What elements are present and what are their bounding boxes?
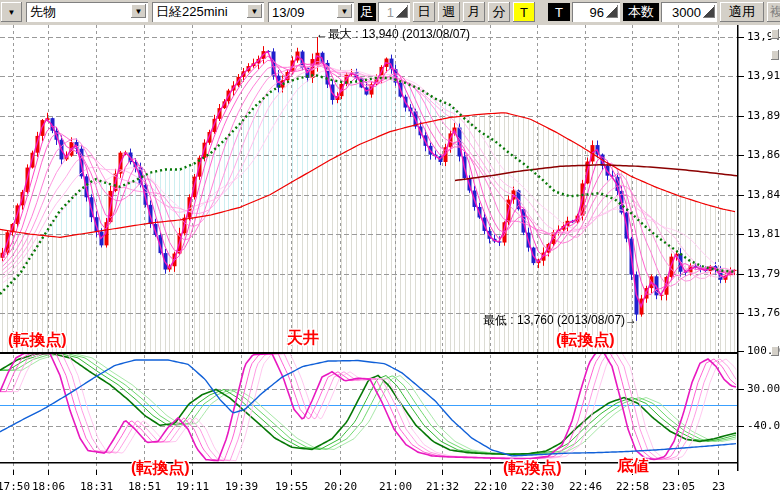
market-select[interactable]: 先物 ▼ (26, 2, 148, 22)
interval-input[interactable]: 1 (378, 2, 410, 22)
apply-button[interactable]: 適用 (720, 2, 764, 22)
chart-application-window: ▼ 先物 ▼ 日経225mini ▼ 13/09 ▼ 足 1 日 週 月 分 T… (0, 0, 780, 500)
spin-handle-icon[interactable] (396, 5, 408, 18)
chart-canvas[interactable] (0, 25, 780, 500)
dropdown-arrow-icon[interactable]: ▼ (131, 4, 146, 18)
max-price-annotation: ←最大 : 13,940 (2013/08/07) (316, 26, 470, 43)
signal-label: (転換点) (503, 458, 562, 479)
bar-count-input[interactable]: 3000 (661, 2, 717, 22)
dropdown-arrow-icon: ▼ (8, 8, 16, 17)
toolbar: ▼ 先物 ▼ 日経225mini ▼ 13/09 ▼ 足 1 日 週 月 分 T… (0, 0, 780, 26)
period-day-button[interactable]: 日 (413, 2, 435, 22)
axis-scroll-thumb[interactable] (771, 29, 779, 39)
axis-scroll-thumb[interactable] (771, 50, 779, 60)
market-select-value: 先物 (30, 3, 56, 21)
bar-count-label: 本数 (623, 3, 659, 21)
spin-handle-icon[interactable] (606, 5, 618, 18)
bar-count-value: 3000 (672, 5, 701, 20)
signal-label: (転換点) (8, 330, 67, 351)
signal-label: (転換点) (556, 330, 615, 351)
signal-label: 天井 (287, 328, 319, 349)
dropdown-arrow-icon[interactable]: ▼ (247, 4, 262, 18)
dropdown-arrow-icon[interactable]: ▼ (337, 4, 352, 18)
interval-value: 1 (387, 5, 394, 20)
symbol-select-value: 日経225mini (156, 3, 228, 21)
tick-count-value: 96 (590, 5, 604, 20)
axis-scroll-thumb[interactable] (771, 346, 779, 356)
signal-label: (転換点) (131, 458, 190, 479)
tick-count-label: T (548, 3, 570, 21)
style-dropdown-button[interactable]: ▼ (1, 2, 22, 22)
period-week-button[interactable]: 週 (438, 2, 460, 22)
contract-month-select[interactable]: 13/09 ▼ (268, 2, 354, 22)
spin-handle-icon[interactable] (703, 5, 715, 18)
contract-month-value: 13/09 (272, 5, 305, 20)
tick-count-input[interactable]: 96 (572, 2, 620, 22)
multi-symbol-button: 複数銘柄 (767, 2, 780, 22)
tick-mode-button[interactable]: T (513, 2, 535, 22)
min-price-annotation: 最低 : 13,760 (2013/08/07)→ (483, 312, 637, 329)
symbol-select[interactable]: 日経225mini ▼ (152, 2, 264, 22)
signal-label: 底値 (617, 456, 649, 477)
bar-type-label: 足 (358, 3, 376, 21)
period-minute-button[interactable]: 分 (488, 2, 510, 22)
period-month-button[interactable]: 月 (463, 2, 485, 22)
